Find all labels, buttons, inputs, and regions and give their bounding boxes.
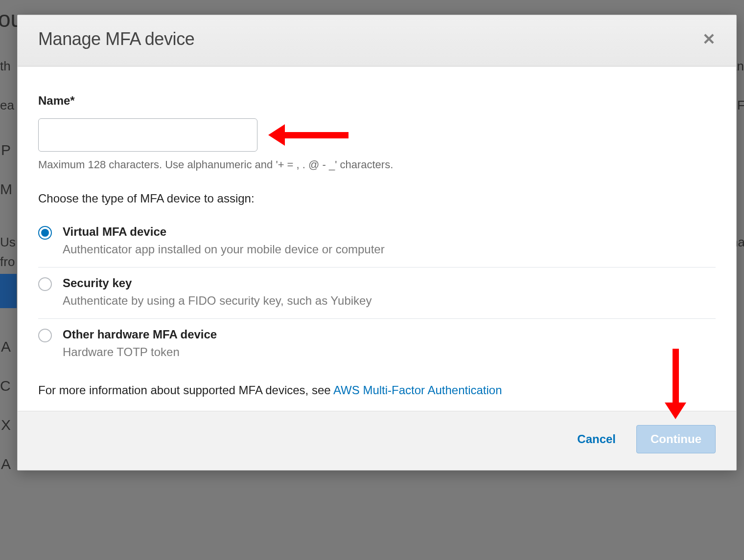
- mfa-type-radio-group: Virtual MFA device Authenticator app ins…: [38, 216, 716, 370]
- bg-text: th: [0, 59, 11, 74]
- modal-title: Manage MFA device: [38, 29, 194, 49]
- radio-other-hardware[interactable]: Other hardware MFA device Hardware TOTP …: [38, 319, 716, 370]
- radio-security-key[interactable]: Security key Authenticate by using a FID…: [38, 268, 716, 319]
- radio-text: Security key Authenticate by using a FID…: [63, 276, 716, 308]
- radio-text: Virtual MFA device Authenticator app ins…: [63, 225, 716, 256]
- bg-text: A: [1, 456, 11, 472]
- info-text-prefix: For more information about supported MFA…: [38, 383, 333, 397]
- name-label: Name*: [38, 94, 716, 108]
- arrow-left-icon: [268, 124, 285, 146]
- radio-icon: [38, 226, 52, 240]
- bg-text: C: [0, 378, 11, 394]
- bg-text: ea: [0, 98, 14, 113]
- modal-body: Name* Maximum 128 characters. Use alphan…: [18, 67, 736, 411]
- annotation-arrow-down: [665, 349, 686, 419]
- annotation-arrow-left: [268, 124, 349, 146]
- radio-desc: Authenticator app installed on your mobi…: [63, 243, 716, 256]
- radio-title: Security key: [63, 276, 716, 290]
- aws-mfa-link[interactable]: AWS Multi-Factor Authentication: [333, 383, 502, 397]
- mfa-name-input[interactable]: [38, 118, 257, 152]
- radio-icon: [38, 277, 52, 291]
- name-helper-text: Maximum 128 characters. Use alphanumeric…: [38, 158, 716, 171]
- modal-footer: Cancel Continue: [18, 411, 736, 470]
- bg-text: M: [0, 181, 12, 198]
- bg-text: Us: [0, 235, 16, 250]
- bg-text: P: [1, 142, 11, 158]
- continue-button[interactable]: Continue: [636, 425, 716, 453]
- radio-title: Virtual MFA device: [63, 225, 716, 239]
- modal-header: Manage MFA device ✕: [18, 15, 736, 67]
- bg-text: fro: [0, 254, 15, 269]
- manage-mfa-modal: Manage MFA device ✕ Name* Maximum 128 ch…: [17, 15, 737, 470]
- arrow-down-icon: [665, 403, 686, 419]
- radio-icon: [38, 329, 52, 342]
- choose-mfa-label: Choose the type of MFA device to assign:: [38, 192, 716, 205]
- arrow-line: [285, 132, 349, 138]
- cancel-button[interactable]: Cancel: [573, 426, 620, 452]
- radio-desc: Authenticate by using a FIDO security ke…: [63, 294, 716, 308]
- name-input-row: [38, 118, 716, 152]
- close-icon: ✕: [702, 30, 716, 48]
- bg-text: A: [1, 338, 11, 355]
- radio-virtual-mfa[interactable]: Virtual MFA device Authenticator app ins…: [38, 216, 716, 268]
- radio-desc: Hardware TOTP token: [63, 345, 716, 359]
- radio-text: Other hardware MFA device Hardware TOTP …: [63, 328, 716, 359]
- close-button[interactable]: ✕: [702, 31, 716, 47]
- bg-blue-block: [0, 274, 17, 308]
- bg-text: X: [1, 417, 11, 433]
- mfa-info-text: For more information about supported MFA…: [38, 383, 716, 397]
- radio-title: Other hardware MFA device: [63, 328, 716, 341]
- arrow-down-line: [673, 349, 679, 403]
